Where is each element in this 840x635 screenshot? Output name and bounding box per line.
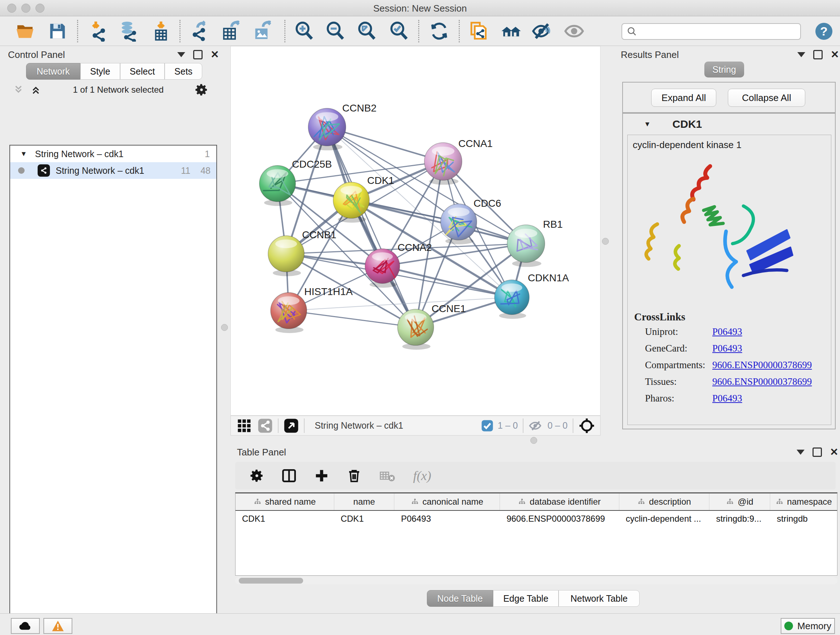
results-panel-close-icon[interactable]: ✕ xyxy=(831,51,839,58)
column-header[interactable]: database identifier xyxy=(500,494,619,510)
toolbar-separator xyxy=(284,20,286,42)
search-input[interactable] xyxy=(638,26,791,37)
table-row[interactable]: CDK1 CDK1 P06493 9606.ENSP00000378699 cy… xyxy=(235,511,837,527)
column-header[interactable]: @id xyxy=(709,494,770,510)
export-table-button[interactable] xyxy=(219,19,243,43)
export-network-icon xyxy=(189,21,210,42)
zoom-in-icon xyxy=(294,21,314,41)
control-panel-close-icon[interactable]: ✕ xyxy=(210,51,219,58)
show-columns-icon[interactable] xyxy=(281,468,297,483)
results-panel-float-icon[interactable] xyxy=(813,50,823,59)
delete-column-trash-icon[interactable] xyxy=(347,468,362,483)
horizontal-splitter-handle[interactable] xyxy=(531,437,537,444)
zoom-in-button[interactable] xyxy=(292,19,316,43)
selected-checkbox-icon[interactable] xyxy=(481,420,493,432)
network-row[interactable]: String Network – cdk1 11 48 xyxy=(10,162,216,179)
crosslink-value[interactable]: 9606.ENSP00000378699 xyxy=(712,376,812,387)
column-header[interactable]: name xyxy=(334,494,395,510)
edge-count: 48 xyxy=(201,165,210,176)
memory-button[interactable]: Memory xyxy=(781,618,835,634)
search-field[interactable] xyxy=(622,23,801,40)
import-table-from-file-button[interactable] xyxy=(149,19,173,43)
hidden-counts: 0 – 0 xyxy=(547,420,568,431)
title-bar: Session: New Session xyxy=(0,0,840,16)
expand-all-button[interactable]: Expand All xyxy=(651,89,716,107)
birds-eye-view-icon[interactable] xyxy=(578,417,595,434)
cloud-status-button[interactable] xyxy=(11,618,40,634)
crosslink-value[interactable]: P06493 xyxy=(712,326,742,337)
control-panel-float-icon[interactable] xyxy=(193,50,202,59)
column-header[interactable]: description xyxy=(619,494,710,510)
crosslink-value[interactable]: 9606.ENSP00000378699 xyxy=(712,359,812,371)
zoom-fit-content-button[interactable] xyxy=(355,19,379,43)
network-graph[interactable]: CCNB2CCNA1CDC25BCDK1CDC6RB1CCNB1CCNA2CDK… xyxy=(231,46,600,415)
column-header[interactable]: shared name xyxy=(235,494,334,510)
import-network-from-database-button[interactable] xyxy=(117,19,141,43)
toolbar-separator xyxy=(180,20,180,42)
first-neighbors-button[interactable] xyxy=(499,19,523,43)
table-panel-menu-icon[interactable] xyxy=(797,450,805,455)
string-app-icon xyxy=(38,165,50,177)
network-canvas[interactable]: CCNB2CCNA1CDC25BCDK1CDC6RB1CCNB1CCNA2CDK… xyxy=(231,46,600,416)
results-panel-menu-icon[interactable] xyxy=(797,52,805,57)
tab-edge-table[interactable]: Edge Table xyxy=(493,590,559,607)
hidden-eye-icon xyxy=(529,418,543,433)
network-tree: ▼ String Network – cdk1 1 String Network… xyxy=(9,145,217,635)
zoom-selected-icon xyxy=(389,21,409,41)
collapse-all-button[interactable]: Collapse All xyxy=(728,89,805,107)
tab-select[interactable]: Select xyxy=(120,63,164,80)
tab-network-table[interactable]: Network Table xyxy=(559,590,639,607)
help-button[interactable]: ? xyxy=(815,23,832,40)
tab-node-table[interactable]: Node Table xyxy=(427,590,493,607)
save-session-button[interactable] xyxy=(46,19,69,43)
show-all-button[interactable] xyxy=(562,19,586,43)
create-column-plus-icon[interactable] xyxy=(314,468,329,483)
open-session-button[interactable] xyxy=(13,19,37,43)
import-table-icon xyxy=(150,21,172,42)
table-panel-float-icon[interactable] xyxy=(813,448,822,457)
database-icon xyxy=(118,21,139,42)
network-view-toolbar: String Network – cdk1 1 – 0 0 – 0 xyxy=(231,416,600,435)
network-collection-row[interactable]: ▼ String Network – cdk1 1 xyxy=(10,146,216,162)
collapse-all-icon[interactable] xyxy=(12,84,25,95)
import-network-from-file-button[interactable] xyxy=(87,19,111,43)
hide-selected-button[interactable] xyxy=(530,19,554,43)
column-header[interactable]: canonical name xyxy=(394,494,500,510)
tab-string[interactable]: String xyxy=(704,62,744,78)
crosslink-value[interactable]: P06493 xyxy=(712,393,742,404)
apply-preferred-layout-button[interactable] xyxy=(427,19,451,43)
table-settings-gear-icon[interactable] xyxy=(249,469,264,483)
tab-style[interactable]: Style xyxy=(80,63,120,80)
vertical-splitter-handle-left[interactable] xyxy=(221,324,228,331)
show-eye-icon xyxy=(564,21,584,42)
warnings-button[interactable] xyxy=(43,618,73,634)
collection-count: 1 xyxy=(205,149,210,159)
clone-network-button[interactable] xyxy=(467,19,491,43)
scrollbar-thumb[interactable] xyxy=(239,578,303,584)
export-image-button[interactable] xyxy=(250,19,274,43)
protein-expander-icon[interactable]: ▼ xyxy=(644,120,651,128)
collection-expander-icon[interactable]: ▼ xyxy=(20,150,27,158)
tab-sets[interactable]: Sets xyxy=(164,63,202,80)
network-mode-icon[interactable] xyxy=(257,418,273,433)
node-label-ccnb2: CCNB2 xyxy=(342,103,377,114)
crosslink-label: Pharos: xyxy=(645,393,674,404)
network-status-dot xyxy=(18,167,25,174)
vertical-splitter-handle-right[interactable] xyxy=(602,238,609,245)
table-panel-close-icon[interactable]: ✕ xyxy=(830,448,838,456)
node-count: 11 xyxy=(181,165,190,176)
node-label-cdk1: CDK1 xyxy=(367,175,394,186)
control-panel: Control Panel ✕ Network Style Select Set… xyxy=(4,47,214,612)
grid-mode-icon[interactable] xyxy=(237,418,252,433)
table-horizontal-scrollbar[interactable] xyxy=(235,577,837,584)
detach-view-icon[interactable] xyxy=(284,418,299,433)
zoom-out-button[interactable] xyxy=(324,19,347,43)
column-header[interactable]: namespace xyxy=(770,494,837,510)
zoom-selected-button[interactable] xyxy=(387,19,411,43)
control-panel-menu-icon[interactable] xyxy=(177,52,185,57)
gear-icon[interactable] xyxy=(195,83,208,97)
crosslink-value[interactable]: P06493 xyxy=(712,343,742,354)
expand-all-icon[interactable] xyxy=(30,84,42,95)
export-network-button[interactable] xyxy=(187,19,211,43)
tab-network[interactable]: Network xyxy=(26,63,80,80)
